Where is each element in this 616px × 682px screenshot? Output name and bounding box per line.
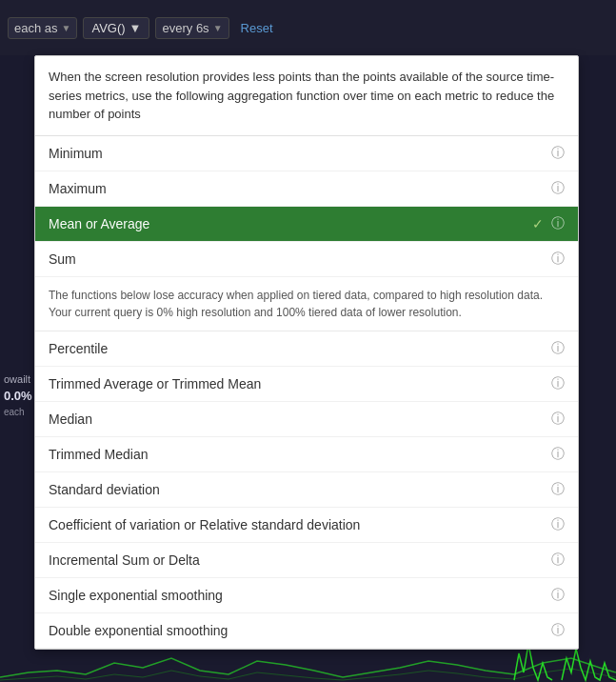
every-label: every 6s [162,21,209,35]
menu-items-list: MinimumⓘMaximumⓘMean or Average✓ⓘSumⓘThe… [35,136,578,649]
menu-item-trimmed-average[interactable]: Trimmed Average or Trimmed Meanⓘ [35,367,578,402]
info-icon[interactable]: ⓘ [551,411,565,428]
info-icon[interactable]: ⓘ [551,587,565,604]
avg-function-label: AVG() [91,21,125,35]
aggregation-dropdown: When the screen resolution provides less… [34,55,579,650]
info-icon[interactable]: ⓘ [551,481,565,498]
menu-item-label: Double exponential smoothing [49,623,544,638]
chevron-down-icon: ▼ [129,21,142,35]
each-label-left: each [0,405,33,419]
menu-item-percentile[interactable]: Percentileⓘ [35,331,578,367]
menu-item-label: Single exponential smoothing [49,588,544,603]
info-icon[interactable]: ⓘ [551,180,565,197]
chevron-down-icon: ▼ [213,23,223,33]
reset-button[interactable]: Reset [235,18,279,38]
info-icon[interactable]: ⓘ [551,215,565,232]
info-icon[interactable]: ⓘ [551,516,565,533]
checkmark-icon: ✓ [532,216,544,231]
menu-item-sum[interactable]: Sumⓘ [35,242,578,277]
info-icon[interactable]: ⓘ [551,375,565,392]
menu-item-label: Maximum [49,181,544,196]
menu-item-standard-deviation[interactable]: Standard deviationⓘ [35,472,578,508]
info-icon[interactable]: ⓘ [551,145,565,162]
info-icon[interactable]: ⓘ [551,446,565,463]
menu-item-minimum[interactable]: Minimumⓘ [35,136,578,171]
menu-item-coeff-variation[interactable]: Coefficient of variation or Relative sta… [35,508,578,543]
menu-item-label: Incremental Sum or Delta [49,552,544,568]
menu-item-mean-or-average[interactable]: Mean or Average✓ⓘ [35,207,578,242]
left-stat-value: 0.0% [0,387,33,405]
chevron-down-icon: ▼ [62,23,71,33]
menu-item-double-exp[interactable]: Double exponential smoothingⓘ [35,613,578,649]
info-icon[interactable]: ⓘ [551,340,565,357]
unit-label: % [21,389,32,403]
menu-item-label: Trimmed Average or Trimmed Mean [49,376,544,391]
info-icon[interactable]: ⓘ [551,622,565,639]
menu-item-label: Mean or Average [49,216,528,231]
top-bar: each as ▼ AVG() ▼ every 6s ▼ Reset [0,0,616,55]
menu-item-label: Standard deviation [49,482,544,497]
menu-item-label: Sum [49,251,544,267]
menu-item-label: Minimum [49,146,544,161]
menu-item-label: Trimmed Median [49,447,544,462]
each-label: each as [14,21,58,35]
menu-item-trimmed-median[interactable]: Trimmed Medianⓘ [35,437,578,472]
avg-function-select[interactable]: AVG() ▼ [83,17,149,39]
menu-item-maximum[interactable]: Maximumⓘ [35,171,578,207]
left-stat-label: owailt [0,371,33,387]
each-select[interactable]: each as ▼ [8,17,77,39]
info-description: When the screen resolution provides less… [35,56,578,136]
info-icon[interactable]: ⓘ [551,552,565,569]
left-sidebar-partial: owailt 0.0% each [0,371,33,419]
menu-item-median[interactable]: Medianⓘ [35,402,578,437]
info-icon[interactable]: ⓘ [551,251,565,268]
menu-item-single-exp[interactable]: Single exponential smoothingⓘ [35,578,578,613]
accuracy-warning: The functions below lose accuracy when a… [35,277,578,331]
menu-item-label: Percentile [49,341,544,356]
menu-item-label: Median [49,411,544,427]
menu-item-incremental-sum[interactable]: Incremental Sum or Deltaⓘ [35,543,578,578]
every-select[interactable]: every 6s ▼ [155,17,229,39]
menu-item-label: Coefficient of variation or Relative sta… [49,517,544,532]
